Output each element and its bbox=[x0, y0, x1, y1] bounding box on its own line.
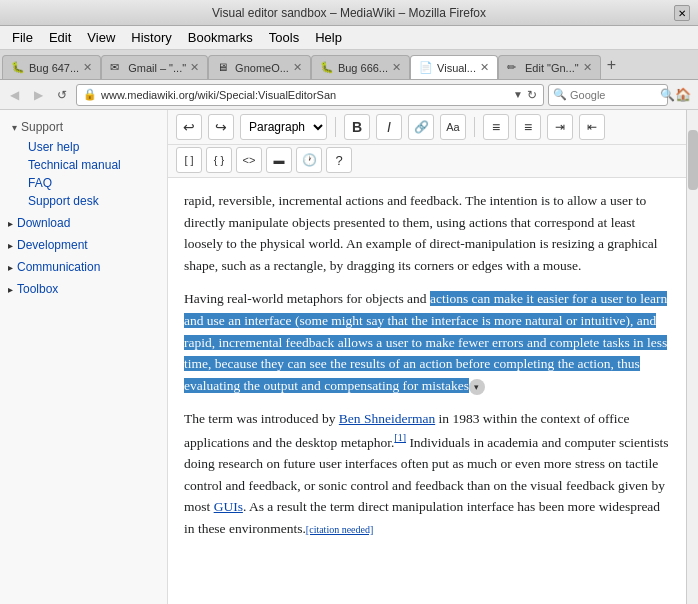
bracket-button[interactable]: [ ] bbox=[176, 147, 202, 173]
tab-bug666-icon: 🐛 bbox=[320, 61, 334, 75]
menu-help[interactable]: Help bbox=[307, 28, 350, 47]
undo-button[interactable]: ↩ bbox=[176, 114, 202, 140]
tab-edit-label: Edit "Gn..." bbox=[525, 62, 579, 74]
scrollbar-thumb[interactable] bbox=[688, 130, 698, 190]
support-expand-icon: ▾ bbox=[12, 122, 17, 133]
tab-gmail-close[interactable]: ✕ bbox=[190, 61, 199, 74]
menubar: File Edit View History Bookmarks Tools H… bbox=[0, 26, 698, 50]
link-button[interactable]: 🔗 bbox=[408, 114, 434, 140]
sidebar-section-development[interactable]: ▸ Development bbox=[0, 234, 167, 256]
dropdown-arrow-icon[interactable]: ▾ bbox=[469, 379, 485, 395]
menu-bookmarks[interactable]: Bookmarks bbox=[180, 28, 261, 47]
back-button[interactable]: ◀ bbox=[4, 85, 24, 105]
sidebar: ▾ Support User help Technical manual FAQ… bbox=[0, 110, 168, 604]
code-button[interactable]: <> bbox=[236, 147, 262, 173]
tab-bug647-icon: 🐛 bbox=[11, 61, 25, 75]
tab-bug666-close[interactable]: ✕ bbox=[392, 61, 401, 74]
bullets-button[interactable]: ≡ bbox=[483, 114, 509, 140]
tab-gnome-icon: 🖥 bbox=[217, 61, 231, 75]
tab-gmail[interactable]: ✉ Gmail – "..." ✕ bbox=[101, 55, 208, 79]
paragraph2-before: Having real-world metaphors for objects … bbox=[184, 291, 430, 306]
cite-1[interactable]: [1] bbox=[394, 432, 406, 443]
numbered-button[interactable]: ≡ bbox=[515, 114, 541, 140]
tab-gnome[interactable]: 🖥 GnomeO... ✕ bbox=[208, 55, 311, 79]
communication-label: Communication bbox=[17, 260, 100, 274]
paragraph3-end: . As a result the term direct manipulati… bbox=[184, 499, 660, 536]
sidebar-section-communication[interactable]: ▸ Communication bbox=[0, 256, 167, 278]
addressbar: ◀ ▶ ↺ 🔒 www.mediawiki.org/wiki/Special:V… bbox=[0, 80, 698, 110]
paragraph-select[interactable]: Paragraph bbox=[240, 114, 327, 140]
sidebar-link-technical-manual[interactable]: Technical manual bbox=[16, 156, 167, 174]
bold-button[interactable]: B bbox=[344, 114, 370, 140]
sidebar-section-support-header[interactable]: ▾ Support bbox=[0, 116, 167, 138]
sidebar-section-toolbox[interactable]: ▸ Toolbox bbox=[0, 278, 167, 300]
window-close-button[interactable]: ✕ bbox=[674, 5, 690, 21]
redo-button[interactable]: ↪ bbox=[208, 114, 234, 140]
tab-gnome-close[interactable]: ✕ bbox=[293, 61, 302, 74]
home-button[interactable]: 🏠 bbox=[672, 84, 694, 106]
curly-button[interactable]: { } bbox=[206, 147, 232, 173]
url-refresh-icon[interactable]: ↻ bbox=[527, 88, 537, 102]
new-tab-button[interactable]: + bbox=[601, 56, 622, 74]
search-input[interactable] bbox=[570, 89, 660, 101]
url-bar[interactable]: 🔒 www.mediawiki.org/wiki/Special:VisualE… bbox=[76, 84, 544, 106]
citation-needed[interactable]: [citation needed] bbox=[306, 524, 373, 535]
tab-gmail-icon: ✉ bbox=[110, 61, 124, 75]
menu-view[interactable]: View bbox=[79, 28, 123, 47]
menu-file[interactable]: File bbox=[4, 28, 41, 47]
tab-bug666[interactable]: 🐛 Bug 666... ✕ bbox=[311, 55, 410, 79]
tab-gmail-label: Gmail – "..." bbox=[128, 62, 186, 74]
communication-expand-icon: ▸ bbox=[8, 262, 13, 273]
format-button[interactable]: Aa bbox=[440, 114, 466, 140]
development-label: Development bbox=[17, 238, 88, 252]
tab-edit-close[interactable]: ✕ bbox=[583, 61, 592, 74]
download-label: Download bbox=[17, 216, 70, 230]
toolbox-label: Toolbox bbox=[17, 282, 58, 296]
tab-bug647[interactable]: 🐛 Bug 647... ✕ bbox=[2, 55, 101, 79]
tab-bug647-close[interactable]: ✕ bbox=[83, 61, 92, 74]
tab-bug647-label: Bug 647... bbox=[29, 62, 79, 74]
content-paragraph2: Having real-world metaphors for objects … bbox=[184, 288, 670, 396]
outdent-button[interactable]: ⇤ bbox=[579, 114, 605, 140]
url-text: www.mediawiki.org/wiki/Special:VisualEdi… bbox=[101, 89, 513, 101]
reload-button[interactable]: ↺ bbox=[52, 85, 72, 105]
history-button[interactable]: 🕐 bbox=[296, 147, 322, 173]
tabbar: 🐛 Bug 647... ✕ ✉ Gmail – "..." ✕ 🖥 Gnome… bbox=[0, 50, 698, 80]
support-subsection: User help Technical manual FAQ Support d… bbox=[0, 138, 167, 210]
toolbox-expand-icon: ▸ bbox=[8, 284, 13, 295]
tab-bug666-label: Bug 666... bbox=[338, 62, 388, 74]
editor-toolbar-row1: ↩ ↪ Paragraph B I 🔗 Aa ≡ ≡ ⇥ ⇤ bbox=[168, 110, 686, 145]
tab-visual-label: Visual... bbox=[437, 62, 476, 74]
sidebar-link-user-help[interactable]: User help bbox=[16, 138, 167, 156]
content-paragraph3: The term was introduced by Ben Shneiderm… bbox=[184, 408, 670, 539]
search-engine-icon: 🔍 bbox=[553, 88, 567, 101]
tab-visual-close[interactable]: ✕ bbox=[480, 61, 489, 74]
menu-edit[interactable]: Edit bbox=[41, 28, 79, 47]
sidebar-link-faq[interactable]: FAQ bbox=[16, 174, 167, 192]
menu-history[interactable]: History bbox=[123, 28, 179, 47]
url-dropdown-icon[interactable]: ▼ bbox=[513, 89, 523, 100]
download-expand-icon: ▸ bbox=[8, 218, 13, 229]
forward-button[interactable]: ▶ bbox=[28, 85, 48, 105]
tab-edit[interactable]: ✏ Edit "Gn..." ✕ bbox=[498, 55, 601, 79]
editor-content[interactable]: rapid, reversible, incremental actions a… bbox=[168, 178, 686, 604]
tab-visual-icon: 📄 bbox=[419, 61, 433, 75]
scrollbar[interactable] bbox=[686, 110, 698, 604]
menu-tools[interactable]: Tools bbox=[261, 28, 307, 47]
tab-visual[interactable]: 📄 Visual... ✕ bbox=[410, 55, 498, 79]
sidebar-section-download[interactable]: ▸ Download bbox=[0, 212, 167, 234]
ref-button[interactable]: ▬ bbox=[266, 147, 292, 173]
search-bar[interactable]: 🔍 🔍 bbox=[548, 84, 668, 106]
guis-link[interactable]: GUIs bbox=[214, 499, 243, 514]
ben-shneiderman-link[interactable]: Ben Shneiderman bbox=[339, 411, 435, 426]
main-layout: ▾ Support User help Technical manual FAQ… bbox=[0, 110, 698, 604]
italic-button[interactable]: I bbox=[376, 114, 402, 140]
content-paragraph1: rapid, reversible, incremental actions a… bbox=[184, 190, 670, 276]
window-title: Visual editor sandbox – MediaWiki – Mozi… bbox=[212, 6, 486, 20]
editor-toolbar-row2: [ ] { } <> ▬ 🕐 ? bbox=[168, 145, 686, 178]
indent-button[interactable]: ⇥ bbox=[547, 114, 573, 140]
sidebar-link-support-desk[interactable]: Support desk bbox=[16, 192, 167, 210]
toolbar-sep1 bbox=[335, 117, 336, 137]
paragraph2-highlighted: actions can make it easier for a user to… bbox=[184, 291, 667, 392]
help-button[interactable]: ? bbox=[326, 147, 352, 173]
